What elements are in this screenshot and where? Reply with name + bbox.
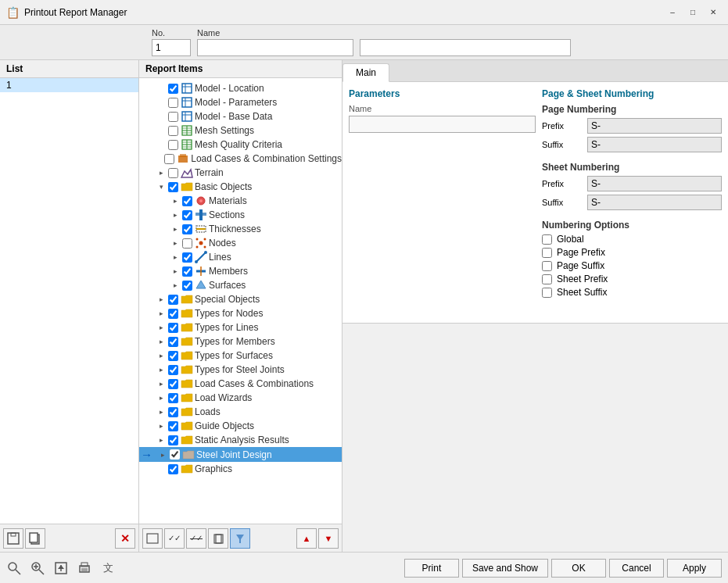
tree-expander[interactable]: ▸ — [156, 295, 166, 304]
option-global-checkbox[interactable] — [542, 234, 552, 245]
ok-button[interactable]: OK — [551, 559, 606, 578]
sheet-prefix-input[interactable] — [587, 176, 722, 191]
export-button[interactable] — [50, 557, 72, 579]
tree-expander[interactable]: ▸ — [156, 421, 166, 431]
tree-checkbox-types-members[interactable] — [168, 337, 178, 347]
list-item[interactable]: 1 — [0, 78, 138, 92]
tree-checkbox-mesh-settings[interactable] — [168, 126, 178, 136]
print-button[interactable]: Print — [404, 559, 459, 578]
option-sheet-suffix-checkbox[interactable] — [542, 288, 552, 298]
extra-input[interactable] — [360, 39, 571, 56]
page-prefix-input[interactable] — [587, 118, 722, 134]
tree-checkbox-graphics[interactable] — [168, 464, 178, 474]
tree-expander[interactable]: ▸ — [156, 351, 166, 360]
move-down-button[interactable]: ▼ — [318, 528, 339, 549]
new-item-button[interactable] — [142, 528, 163, 549]
option-sheet-prefix-checkbox[interactable] — [542, 274, 552, 284]
maximize-button[interactable]: □ — [684, 4, 701, 21]
tree-expander[interactable]: ▸ — [156, 407, 166, 417]
tree-item-nodes[interactable]: ▸Nodes — [139, 236, 342, 250]
tree-item-materials[interactable]: ▸Materials — [139, 194, 342, 208]
option-page-prefix-checkbox[interactable] — [542, 248, 552, 258]
zoom-button[interactable] — [27, 557, 48, 579]
tree-checkbox-types-lines[interactable] — [168, 323, 178, 333]
tree-checkbox-thicknesses[interactable] — [182, 224, 192, 234]
copy-window-button[interactable] — [25, 528, 45, 549]
tree-item-types-surfaces[interactable]: ▸Types for Surfaces — [139, 349, 342, 363]
cancel-button[interactable]: Cancel — [609, 559, 664, 578]
tree-checkbox-nodes[interactable] — [182, 238, 192, 249]
tree-checkbox-basic-objects[interactable] — [168, 182, 178, 192]
tree-checkbox-static-analysis[interactable] — [168, 435, 178, 445]
add-window-button[interactable] — [3, 528, 23, 549]
tree-checkbox-types-surfaces[interactable] — [168, 351, 178, 361]
tree-checkbox-model-location[interactable] — [168, 84, 178, 94]
tree-checkbox-lines[interactable] — [182, 252, 192, 263]
tree-checkbox-steel-joint-design[interactable] — [170, 449, 180, 460]
tree-expander[interactable]: ▸ — [156, 365, 166, 374]
move-up-button[interactable]: ▲ — [296, 528, 317, 549]
tree-item-types-members[interactable]: ▸Types for Members — [139, 334, 342, 349]
copy-items-button[interactable] — [208, 528, 228, 549]
tree-expander[interactable]: ▸ — [170, 281, 180, 290]
no-input[interactable] — [152, 39, 191, 56]
tree-item-types-nodes[interactable]: ▸Types for Nodes — [139, 306, 342, 320]
apply-button[interactable]: Apply — [667, 559, 722, 578]
tree-expander[interactable]: ▸ — [156, 379, 166, 388]
tree-item-mesh-settings[interactable]: Mesh Settings — [139, 123, 342, 138]
tree-checkbox-types-nodes[interactable] — [168, 309, 178, 319]
tree-checkbox-load-cases-combinations[interactable] — [168, 379, 178, 389]
tree-checkbox-guide-objects[interactable] — [168, 421, 178, 431]
print-icon-button[interactable] — [74, 557, 95, 579]
tree-checkbox-load-cases-combo[interactable] — [164, 154, 174, 164]
tree-item-terrain[interactable]: ▸Terrain — [139, 166, 342, 180]
tree-item-load-cases-combinations[interactable]: ▸Load Cases & Combinations — [139, 377, 342, 391]
delete-list-button[interactable]: ✕ — [115, 528, 135, 549]
page-suffix-input[interactable] — [587, 137, 722, 152]
tree-item-load-cases-combo[interactable]: Load Cases & Combination Settings — [139, 152, 342, 166]
tree-checkbox-model-base-data[interactable] — [168, 112, 178, 122]
tree-area[interactable]: Model - LocationModel - ParametersModel … — [139, 78, 342, 524]
tree-item-basic-objects[interactable]: ▾Basic Objects — [139, 180, 342, 194]
tree-checkbox-terrain[interactable] — [168, 168, 178, 178]
tree-expander[interactable]: ▸ — [158, 450, 167, 460]
name-param-input[interactable] — [349, 116, 536, 133]
tree-item-loads[interactable]: ▸Loads — [139, 405, 342, 419]
tree-expander[interactable]: ▸ — [170, 224, 180, 234]
tree-expander[interactable]: ▸ — [156, 309, 166, 318]
uncheck-all-button[interactable]: ✓✓ — [186, 528, 206, 549]
tree-item-types-steel-joints[interactable]: ▸Types for Steel Joints — [139, 363, 342, 377]
tree-item-load-wizards[interactable]: ▸Load Wizards — [139, 391, 342, 405]
tree-item-mesh-quality[interactable]: Mesh Quality Criteria — [139, 138, 342, 152]
tree-expander[interactable]: ▸ — [156, 435, 166, 445]
tree-checkbox-sections[interactable] — [182, 210, 192, 220]
tree-expander[interactable]: ▸ — [156, 337, 166, 346]
tree-item-static-analysis[interactable]: ▸Static Analysis Results — [139, 433, 342, 447]
tree-checkbox-special-objects[interactable] — [168, 295, 178, 305]
tree-item-types-lines[interactable]: ▸Types for Lines — [139, 320, 342, 334]
tree-item-sections[interactable]: ▸Sections — [139, 208, 342, 222]
tree-expander[interactable]: ▸ — [170, 238, 180, 248]
tree-item-model-location[interactable]: Model - Location — [139, 81, 342, 95]
tree-expander[interactable]: ▸ — [170, 210, 180, 220]
name-input[interactable] — [197, 39, 353, 56]
tree-checkbox-mesh-quality[interactable] — [168, 140, 178, 150]
tree-expander[interactable]: ▸ — [156, 323, 166, 332]
check-all-button[interactable]: ✓✓ — [164, 528, 185, 549]
tree-item-steel-joint-design[interactable]: →▸Steel Joint Design — [139, 447, 342, 462]
tree-item-surfaces[interactable]: ▸Surfaces — [139, 278, 342, 292]
save-show-button[interactable]: Save and Show — [462, 559, 548, 578]
minimize-button[interactable]: – — [664, 4, 681, 21]
tree-expander[interactable]: ▸ — [170, 252, 180, 262]
tab-main[interactable]: Main — [342, 63, 389, 82]
option-page-suffix-checkbox[interactable] — [542, 261, 552, 271]
tree-item-thicknesses[interactable]: ▸Thicknesses — [139, 222, 342, 236]
tree-checkbox-types-steel-joints[interactable] — [168, 365, 178, 375]
tree-expander[interactable]: ▾ — [156, 182, 166, 191]
tree-expander[interactable]: ▸ — [170, 196, 180, 206]
filter-button[interactable] — [230, 528, 250, 549]
tree-item-guide-objects[interactable]: ▸Guide Objects — [139, 419, 342, 433]
tree-expander[interactable]: ▸ — [156, 393, 166, 402]
tree-checkbox-surfaces[interactable] — [182, 281, 192, 291]
tree-item-lines[interactable]: ▸Lines — [139, 250, 342, 264]
